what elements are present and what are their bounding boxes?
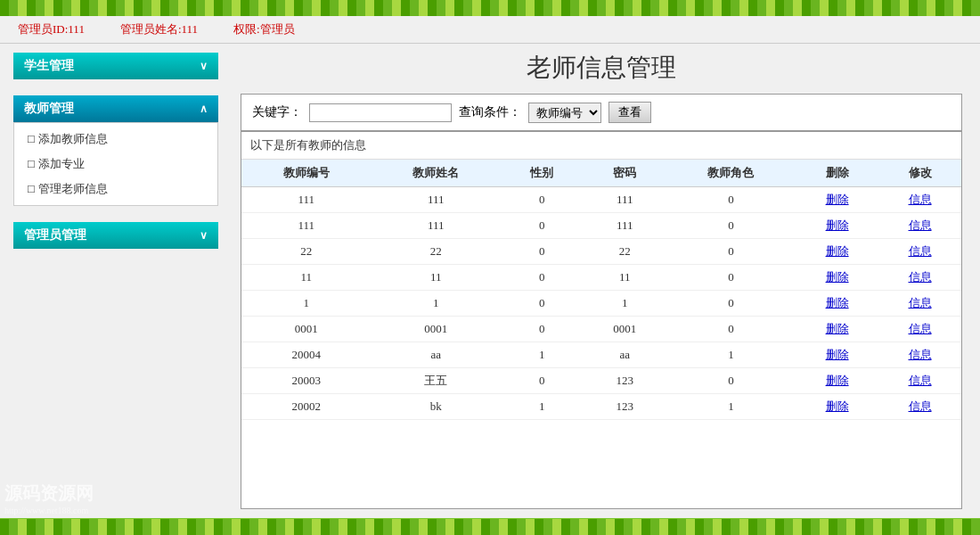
permission-info: 权限:管理员 — [233, 21, 295, 37]
delete-link[interactable]: 删除 — [826, 399, 849, 413]
table-row: 111 111 0 111 0 删除 信息 — [241, 213, 961, 239]
checkbox-icon: □ — [28, 132, 35, 146]
cell-edit[interactable]: 信息 — [878, 368, 961, 394]
cell-password: 0001 — [584, 317, 666, 342]
sidebar-item-manage-teacher-label: 管理老师信息 — [38, 181, 108, 197]
cell-delete[interactable]: 删除 — [796, 187, 878, 213]
cell-role: 0 — [666, 368, 796, 394]
cell-role: 0 — [666, 187, 796, 213]
sidebar-header-teacher[interactable]: 教师管理 ∧ — [13, 95, 218, 122]
top-decorative-bar — [0, 0, 980, 16]
sidebar-section-student: 学生管理 ∨ — [13, 53, 218, 79]
cell-name: 111 — [371, 213, 500, 239]
watermark-main: 源码资源网 — [4, 482, 94, 506]
cell-password: 123 — [584, 368, 666, 394]
delete-link[interactable]: 删除 — [826, 348, 849, 361]
cell-name: aa — [371, 342, 500, 368]
sidebar-student-label: 学生管理 — [24, 58, 74, 74]
cell-role: 1 — [666, 342, 796, 368]
checkbox-icon: □ — [28, 157, 35, 171]
chevron-up-icon: ∧ — [200, 103, 208, 116]
delete-link[interactable]: 删除 — [826, 374, 849, 387]
cell-edit[interactable]: 信息 — [878, 291, 961, 317]
delete-link[interactable]: 删除 — [826, 218, 849, 232]
sidebar-item-add-teacher[interactable]: □ 添加教师信息 — [14, 127, 217, 152]
keyword-input[interactable] — [309, 103, 452, 122]
content-area: 老师信息管理 关键字： 查询条件： 教师编号 教师姓名 性别 查看 以下是所有教… — [232, 44, 980, 518]
cell-delete[interactable]: 删除 — [796, 394, 878, 420]
table-wrapper: 以下是所有教师的信息 教师编号 教师姓名 性别 密码 教师角色 删除 修改 11… — [241, 131, 962, 509]
cell-edit[interactable]: 信息 — [878, 317, 961, 342]
keyword-label: 关键字： — [252, 104, 302, 120]
delete-link[interactable]: 删除 — [826, 322, 849, 335]
checkbox-icon: □ — [28, 182, 35, 196]
cell-id: 1 — [241, 291, 371, 317]
admin-id-label: 管理员ID: — [18, 22, 68, 36]
admin-id-value: 111 — [68, 22, 85, 36]
edit-link[interactable]: 信息 — [909, 399, 932, 413]
edit-link[interactable]: 信息 — [909, 218, 932, 232]
sidebar-item-manage-teacher[interactable]: □ 管理老师信息 — [14, 177, 217, 202]
cell-edit[interactable]: 信息 — [878, 394, 961, 420]
edit-link[interactable]: 信息 — [909, 322, 932, 335]
cell-delete[interactable]: 删除 — [796, 291, 878, 317]
search-button[interactable]: 查看 — [608, 102, 651, 123]
table-row: 1 1 0 1 0 删除 信息 — [241, 291, 961, 317]
cell-edit[interactable]: 信息 — [878, 213, 961, 239]
col-header-role: 教师角色 — [666, 160, 796, 187]
watermark-sub: http://www.net188.com — [4, 506, 94, 515]
table-row: 20004 aa 1 aa 1 删除 信息 — [241, 342, 961, 368]
cell-id: 20002 — [241, 394, 371, 420]
cell-name: 1 — [371, 291, 500, 317]
edit-link[interactable]: 信息 — [909, 348, 932, 361]
col-header-name: 教师姓名 — [371, 160, 500, 187]
cell-edit[interactable]: 信息 — [878, 342, 961, 368]
edit-link[interactable]: 信息 — [909, 270, 932, 284]
cell-delete[interactable]: 删除 — [796, 317, 878, 342]
cell-delete[interactable]: 删除 — [796, 265, 878, 291]
cell-edit[interactable]: 信息 — [878, 265, 961, 291]
sidebar-teacher-items: □ 添加教师信息 □ 添加专业 □ 管理老师信息 — [13, 122, 218, 206]
cell-role: 0 — [666, 291, 796, 317]
cell-role: 0 — [666, 265, 796, 291]
sidebar: 学生管理 ∨ 教师管理 ∧ □ 添加教师信息 □ 添加专业 □ — [0, 44, 232, 518]
cell-delete[interactable]: 删除 — [796, 239, 878, 265]
permission-label: 权限: — [233, 22, 260, 36]
edit-link[interactable]: 信息 — [909, 193, 932, 206]
bottom-decorative-bar — [0, 519, 980, 535]
cell-delete[interactable]: 删除 — [796, 368, 878, 394]
cell-role: 0 — [666, 239, 796, 265]
cell-gender: 0 — [501, 239, 584, 265]
condition-label: 查询条件： — [459, 104, 521, 120]
table-header-row: 教师编号 教师姓名 性别 密码 教师角色 删除 修改 — [241, 160, 961, 187]
edit-link[interactable]: 信息 — [909, 244, 932, 258]
cell-edit[interactable]: 信息 — [878, 187, 961, 213]
delete-link[interactable]: 删除 — [826, 193, 849, 206]
cell-delete[interactable]: 删除 — [796, 342, 878, 368]
cell-edit[interactable]: 信息 — [878, 239, 961, 265]
delete-link[interactable]: 删除 — [826, 296, 849, 309]
table-row: 22 22 0 22 0 删除 信息 — [241, 239, 961, 265]
cell-password: 11 — [584, 265, 666, 291]
cell-gender: 0 — [501, 317, 584, 342]
edit-link[interactable]: 信息 — [909, 374, 932, 387]
sidebar-section-teacher: 教师管理 ∧ □ 添加教师信息 □ 添加专业 □ 管理老师信息 — [13, 95, 218, 206]
cell-id: 111 — [241, 213, 371, 239]
sidebar-item-add-major[interactable]: □ 添加专业 — [14, 152, 217, 177]
condition-select[interactable]: 教师编号 教师姓名 性别 — [528, 103, 601, 123]
col-header-edit: 修改 — [878, 160, 961, 187]
cell-password: 22 — [584, 239, 666, 265]
main-wrapper: 学生管理 ∨ 教师管理 ∧ □ 添加教师信息 □ 添加专业 □ — [0, 44, 980, 518]
edit-link[interactable]: 信息 — [909, 296, 932, 309]
sidebar-item-add-major-label: 添加专业 — [38, 156, 85, 172]
delete-link[interactable]: 删除 — [826, 244, 849, 258]
cell-delete[interactable]: 删除 — [796, 213, 878, 239]
cell-role: 1 — [666, 394, 796, 420]
delete-link[interactable]: 删除 — [826, 270, 849, 284]
sidebar-header-student[interactable]: 学生管理 ∨ — [13, 53, 218, 79]
sidebar-header-admin[interactable]: 管理员管理 ∨ — [13, 222, 218, 249]
cell-id: 20004 — [241, 342, 371, 368]
cell-name: 王五 — [371, 368, 500, 394]
teacher-table: 教师编号 教师姓名 性别 密码 教师角色 删除 修改 111 111 0 111… — [241, 160, 961, 420]
table-row: 20002 bk 1 123 1 删除 信息 — [241, 394, 961, 420]
